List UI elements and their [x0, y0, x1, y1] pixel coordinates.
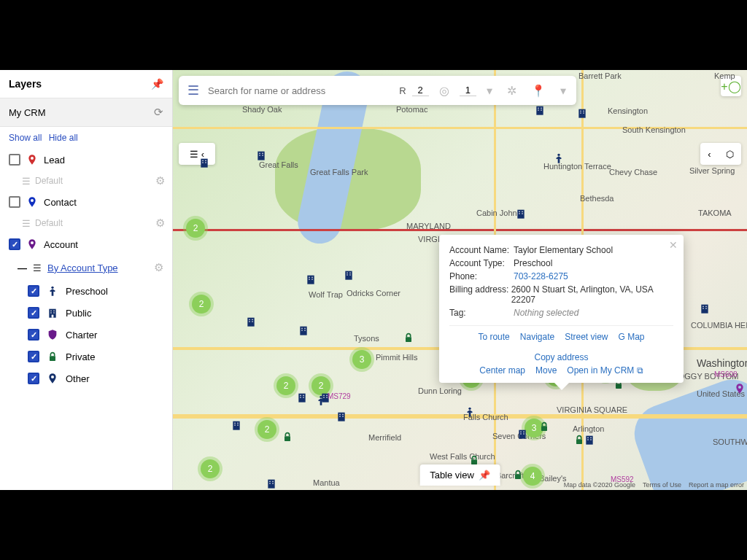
building-marker[interactable] [342, 268, 355, 281]
info-action[interactable]: G Map [619, 332, 645, 342]
type-other[interactable]: Other [0, 368, 172, 389]
info-field-label: Tag: [449, 308, 514, 318]
building-marker[interactable] [295, 391, 309, 404]
refresh-icon[interactable]: ⟳ [154, 106, 163, 119]
building-marker[interactable] [514, 207, 527, 220]
svg-rect-82 [523, 433, 524, 434]
svg-rect-46 [339, 416, 340, 416]
group-name[interactable]: By Account Type [47, 262, 118, 273]
close-icon[interactable]: ✕ [669, 239, 678, 251]
cluster-marker[interactable]: 2 [201, 459, 220, 478]
checkbox-charter[interactable] [28, 329, 39, 341]
gear-icon[interactable]: ⚙ [154, 261, 163, 274]
building-marker[interactable] [265, 477, 278, 490]
svg-rect-9 [259, 153, 260, 154]
city-label: SOUTHWEST WASHINGTON [713, 438, 747, 446]
building-marker[interactable] [533, 104, 546, 117]
building-marker[interactable] [297, 324, 310, 337]
svg-rect-29 [249, 319, 249, 320]
building-marker[interactable] [576, 106, 589, 120]
info-action[interactable]: Navigate [520, 332, 554, 342]
checkbox-public[interactable] [28, 307, 39, 319]
gear-icon[interactable]: ⚙ [155, 217, 165, 230]
building-marker[interactable] [198, 156, 211, 169]
gear-icon[interactable]: ⚙ [155, 174, 165, 187]
pin-purple-marker[interactable] [733, 384, 746, 397]
pin-icon[interactable]: 📍 [527, 84, 550, 98]
show-all-link[interactable]: Show all [9, 133, 42, 143]
pin-icon[interactable]: 📌 [151, 78, 163, 90]
info-action[interactable]: Open in My CRM ⧉ [567, 365, 643, 376]
building-marker[interactable] [516, 427, 529, 440]
menu-icon[interactable]: ☰ [185, 82, 202, 98]
city-label: Dunn Loring [418, 386, 462, 395]
building-marker[interactable] [698, 302, 711, 315]
cluster-marker[interactable]: 2 [192, 295, 211, 314]
lock-marker[interactable] [511, 468, 525, 481]
info-action[interactable]: Center map [479, 365, 525, 376]
lock-marker[interactable] [281, 430, 294, 443]
svg-rect-34 [234, 423, 235, 424]
building-marker[interactable] [244, 315, 258, 328]
cluster-marker[interactable]: 4 [523, 467, 542, 486]
cluster-marker[interactable]: 2 [276, 376, 295, 395]
count-value[interactable]: 1 [460, 85, 476, 96]
city-label: VIRGINIA SQUARE [557, 405, 627, 414]
city-label: Chevy Chase [609, 168, 657, 176]
shield-icon [47, 329, 58, 341]
lock-marker[interactable] [402, 331, 415, 344]
type-charter-label: Charter [66, 330, 97, 341]
checkbox-account[interactable] [9, 238, 20, 250]
info-action[interactable]: Move [535, 365, 557, 376]
info-action[interactable]: Copy address [534, 352, 588, 362]
lock-marker[interactable] [573, 433, 586, 446]
layer-account[interactable]: Account [0, 233, 172, 255]
checkbox-private[interactable] [28, 351, 39, 362]
type-preschool[interactable]: Preschool [0, 280, 172, 302]
cluster-marker[interactable]: 2 [186, 219, 205, 238]
svg-rect-73 [517, 210, 524, 219]
hide-all-link[interactable]: Hide all [49, 133, 78, 143]
info-link[interactable]: 703-228-6275 [514, 271, 568, 281]
shape-tools[interactable]: ‹ ⬡ [700, 143, 741, 165]
svg-rect-13 [201, 159, 207, 168]
layer-lead[interactable]: Lead [0, 149, 172, 171]
layers-sidebar: Layers 📌 My CRM ⟳ Show all Hide all Lead… [0, 70, 173, 490]
svg-rect-5 [53, 312, 54, 313]
info-action[interactable]: Street view [565, 332, 608, 342]
lock-marker[interactable] [538, 420, 551, 433]
checkbox-lead[interactable] [9, 154, 20, 166]
dropdown-icon[interactable]: ▾ [482, 84, 497, 98]
building-marker[interactable] [304, 273, 317, 286]
map-canvas[interactable]: ☰ R 2 ◎ 1 ▾ ✲ 📍 ▾ ☰ ‹ +◯ ‹ ⬡ Shady OakPo… [173, 70, 747, 490]
svg-rect-37 [237, 424, 238, 425]
type-private[interactable]: Private [0, 346, 172, 368]
layer-contact[interactable]: Contact [0, 191, 172, 213]
person-marker[interactable] [463, 405, 476, 419]
city-label: Bailey's [539, 474, 567, 483]
dropdown-icon[interactable]: ▾ [556, 84, 570, 98]
r-value[interactable]: 2 [412, 85, 429, 96]
cluster-marker[interactable]: 2 [258, 420, 276, 439]
type-charter[interactable]: Charter [0, 324, 172, 346]
cluster-marker[interactable]: 3 [352, 350, 371, 369]
target-icon[interactable]: ◎ [435, 84, 454, 98]
building-marker[interactable] [230, 419, 243, 432]
search-input[interactable] [208, 85, 393, 96]
building-marker[interactable] [335, 410, 348, 423]
collapse-icon[interactable]: — [18, 262, 27, 273]
checkbox-other[interactable] [28, 373, 39, 384]
checkbox-contact[interactable] [9, 196, 20, 208]
checkbox-preschool[interactable] [28, 285, 39, 297]
gear-icon[interactable]: ✲ [503, 84, 521, 98]
svg-rect-19 [347, 273, 347, 273]
report-error-link[interactable]: Report a map error [689, 481, 744, 489]
info-action[interactable]: To route [478, 332, 509, 342]
table-view-toggle[interactable]: Table view 📌 [419, 464, 500, 486]
type-public[interactable]: Public [0, 302, 172, 324]
building-marker[interactable] [255, 149, 268, 162]
terms-link[interactable]: Terms of Use [643, 481, 681, 489]
person-marker[interactable] [314, 394, 328, 407]
person-marker[interactable] [552, 152, 565, 165]
city-label: Wolf Trap [309, 290, 343, 299]
